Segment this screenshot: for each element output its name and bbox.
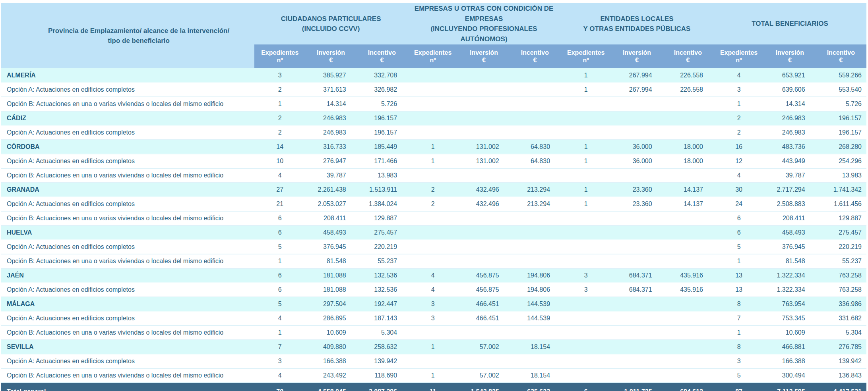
cell-ciudadanos-incentivo: 129.887 bbox=[356, 211, 407, 225]
cell-total-inversion: 763.954 bbox=[764, 297, 815, 311]
row-label: Total general bbox=[1, 383, 254, 391]
table-row-province: MÁLAGA5297.504192.4473466.451144.5398763… bbox=[1, 297, 866, 311]
table-row-province: SEVILLA7409.880258.632157.00218.1548466.… bbox=[1, 340, 866, 354]
cell-entidades-inversion bbox=[611, 368, 662, 383]
cell-ciudadanos-expedientes: 3 bbox=[254, 68, 305, 83]
cell-ciudadanos-inversion: 81.548 bbox=[305, 254, 356, 268]
cell-total-expedientes: 1 bbox=[713, 254, 764, 268]
table-row-total: Total general704.558.0453.087.296111.543… bbox=[1, 383, 866, 391]
cell-empresas-incentivo: 18.154 bbox=[510, 368, 560, 383]
cell-total-incentivo: 268.280 bbox=[816, 140, 866, 154]
cell-total-inversion: 208.411 bbox=[764, 211, 815, 225]
cell-total-incentivo: 5.304 bbox=[816, 326, 866, 340]
row-label: CÓRDOBA bbox=[1, 140, 254, 154]
cell-entidades-inversion: 36.000 bbox=[611, 154, 662, 168]
cell-ciudadanos-expedientes: 2 bbox=[254, 83, 305, 97]
table-row-option: Opción A: Actuaciones en edificios compl… bbox=[1, 354, 866, 368]
cell-entidades-expedientes bbox=[560, 111, 611, 125]
cell-empresas-incentivo bbox=[510, 225, 560, 240]
cell-empresas-expedientes bbox=[407, 211, 458, 225]
cell-total-inversion: 300.494 bbox=[764, 368, 815, 383]
table-row-option: Opción B: Actuaciones en una o varias vi… bbox=[1, 368, 866, 383]
cell-total-inversion: 483.736 bbox=[764, 140, 815, 154]
cell-ciudadanos-incentivo: 258.632 bbox=[356, 340, 407, 354]
cell-total-expedientes: 87 bbox=[713, 383, 764, 391]
cell-entidades-incentivo bbox=[663, 168, 713, 183]
cell-ciudadanos-expedientes: 2 bbox=[254, 111, 305, 125]
row-label: Opción A: Actuaciones en edificios compl… bbox=[1, 240, 254, 254]
cell-ciudadanos-expedientes: 10 bbox=[254, 154, 305, 168]
cell-empresas-expedientes bbox=[407, 68, 458, 83]
cell-empresas-expedientes: 11 bbox=[407, 383, 458, 391]
cell-empresas-inversion bbox=[458, 168, 509, 183]
subheader-expedientes-ciudadanos: Expedientesnº bbox=[254, 44, 305, 68]
cell-empresas-expedientes: 1 bbox=[407, 140, 458, 154]
cell-entidades-inversion bbox=[611, 97, 662, 111]
cell-entidades-incentivo bbox=[663, 111, 713, 125]
cell-entidades-inversion bbox=[611, 211, 662, 225]
cell-empresas-expedientes: 2 bbox=[407, 197, 458, 211]
table-row-province: CÓRDOBA14316.733185.4491131.00264.830136… bbox=[1, 140, 866, 154]
cell-total-expedientes: 7 bbox=[713, 311, 764, 326]
cell-entidades-expedientes: 3 bbox=[560, 268, 611, 283]
row-label: MÁLAGA bbox=[1, 297, 254, 311]
cell-ciudadanos-inversion: 276.947 bbox=[305, 154, 356, 168]
cell-ciudadanos-expedientes: 4 bbox=[254, 368, 305, 383]
cell-ciudadanos-inversion: 371.613 bbox=[305, 83, 356, 97]
cell-entidades-expedientes: 3 bbox=[560, 283, 611, 297]
cell-entidades-incentivo: 694.612 bbox=[663, 383, 713, 391]
cell-empresas-expedientes bbox=[407, 83, 458, 97]
cell-ciudadanos-incentivo: 132.536 bbox=[356, 268, 407, 283]
cell-empresas-inversion bbox=[458, 97, 509, 111]
cell-ciudadanos-inversion: 166.388 bbox=[305, 354, 356, 368]
row-label: HUELVA bbox=[1, 225, 254, 240]
cell-ciudadanos-incentivo: 332.708 bbox=[356, 68, 407, 83]
cell-total-inversion: 14.314 bbox=[764, 97, 815, 111]
cell-empresas-expedientes bbox=[407, 225, 458, 240]
cell-total-expedientes: 3 bbox=[713, 354, 764, 368]
corner-header-line1: Provincia de Emplazamiento/ alcance de l… bbox=[48, 27, 229, 35]
cell-empresas-inversion bbox=[458, 326, 509, 340]
cell-empresas-expedientes: 2 bbox=[407, 183, 458, 197]
cell-entidades-incentivo: 435.916 bbox=[663, 268, 713, 283]
cell-ciudadanos-expedientes: 6 bbox=[254, 211, 305, 225]
cell-total-inversion: 246.983 bbox=[764, 111, 815, 125]
table-row-province: ALMERÍA3385.927332.7081267.994226.558465… bbox=[1, 68, 866, 83]
subheader-incentivo-empresas: Incentivo€ bbox=[510, 44, 560, 68]
row-label: SEVILLA bbox=[1, 340, 254, 354]
cell-ciudadanos-incentivo: 1.513.911 bbox=[356, 183, 407, 197]
row-label: ALMERÍA bbox=[1, 68, 254, 83]
cell-ciudadanos-incentivo: 192.447 bbox=[356, 297, 407, 311]
row-label: Opción A: Actuaciones en edificios compl… bbox=[1, 311, 254, 326]
row-label: Opción B: Actuaciones en una o varias vi… bbox=[1, 168, 254, 183]
subheader-incentivo-entidades: Incentivo€ bbox=[663, 44, 713, 68]
table-row-option: Opción A: Actuaciones en edificios compl… bbox=[1, 283, 866, 297]
cell-total-expedientes: 2 bbox=[713, 111, 764, 125]
table-row-option: Opción A: Actuaciones en edificios compl… bbox=[1, 240, 866, 254]
cell-total-inversion: 81.548 bbox=[764, 254, 815, 268]
cell-total-incentivo: 196.157 bbox=[816, 111, 866, 125]
cell-entidades-expedientes bbox=[560, 125, 611, 140]
cell-total-incentivo: 559.266 bbox=[816, 68, 866, 83]
row-label: Opción B: Actuaciones en una o varias vi… bbox=[1, 211, 254, 225]
subheader-incentivo-ciudadanos: Incentivo€ bbox=[356, 44, 407, 68]
cell-entidades-incentivo: 18.000 bbox=[663, 140, 713, 154]
cell-ciudadanos-inversion: 181.088 bbox=[305, 283, 356, 297]
cell-total-inversion: 653.921 bbox=[764, 68, 815, 83]
cell-empresas-incentivo: 194.806 bbox=[510, 283, 560, 297]
table-row-option: Opción A: Actuaciones en edificios compl… bbox=[1, 125, 866, 140]
cell-total-incentivo: 4.417.531 bbox=[816, 383, 866, 391]
cell-ciudadanos-incentivo: 220.219 bbox=[356, 240, 407, 254]
cell-total-inversion: 10.609 bbox=[764, 326, 815, 340]
cell-ciudadanos-expedientes: 1 bbox=[254, 254, 305, 268]
group-header-ciudadanos: CIUDADANOS PARTICULARES(INCLUIDO CCVV) bbox=[254, 3, 407, 44]
cell-ciudadanos-inversion: 39.787 bbox=[305, 168, 356, 183]
subheader-inversion-total: Inversión€ bbox=[764, 44, 815, 68]
cell-empresas-inversion bbox=[458, 240, 509, 254]
cell-ciudadanos-inversion: 409.880 bbox=[305, 340, 356, 354]
subheader-expedientes-empresas: Expedientesnº bbox=[407, 44, 458, 68]
cell-empresas-expedientes bbox=[407, 111, 458, 125]
cell-total-incentivo: 196.157 bbox=[816, 125, 866, 140]
row-label: Opción A: Actuaciones en edificios compl… bbox=[1, 154, 254, 168]
cell-ciudadanos-inversion: 243.492 bbox=[305, 368, 356, 383]
